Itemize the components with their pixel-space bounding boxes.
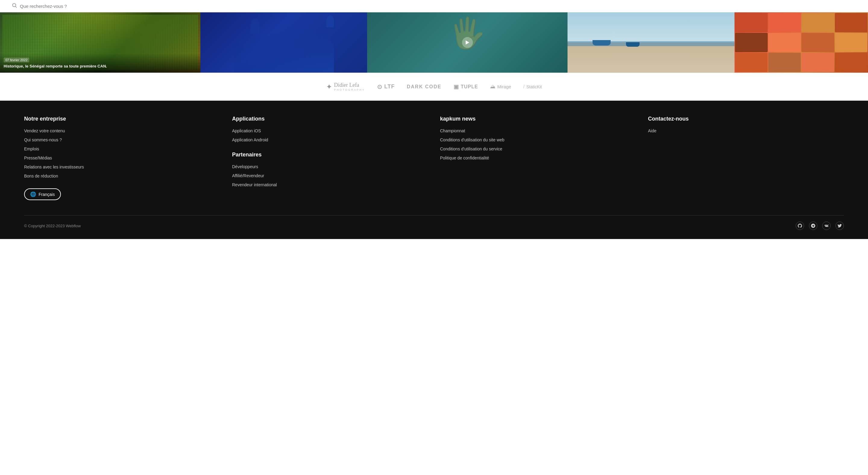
link-confidentialite[interactable]: Politique de confidentialité xyxy=(440,156,489,160)
link-emplois[interactable]: Emplois xyxy=(24,147,39,151)
tuple-icon: ▣ xyxy=(454,84,459,90)
footer-col-entreprise: Notre entreprise Vendez votre contenu Qu… xyxy=(24,116,220,200)
footer-col-apps: Applications Application iOS Application… xyxy=(232,116,428,200)
partner-dark-code: DARK CODE xyxy=(407,84,441,90)
search-bar xyxy=(0,0,868,12)
link-android[interactable]: Application Android xyxy=(232,137,268,142)
didier-icon: ✦ xyxy=(326,83,332,91)
mirage-name: Mirage xyxy=(497,84,511,89)
link-presse[interactable]: Presse/Médias xyxy=(24,156,52,160)
link-cgu-site[interactable]: Conditions d'utilisation du site web xyxy=(440,137,504,142)
footer-apps-title: Applications xyxy=(232,116,428,122)
footer-partenaires-title: Partenaires xyxy=(232,152,428,158)
partner-mirage: ⛰ Mirage xyxy=(490,84,511,90)
footer-bottom: © Copyright 2022-2023 Webflow xyxy=(24,215,844,230)
link-cgu-service[interactable]: Conditions d'utilisation du service xyxy=(440,147,502,151)
svg-line-1 xyxy=(16,6,17,7)
footer-col-contact: Contactez-nous Aide xyxy=(648,116,844,200)
link-qui[interactable]: Qui sommes-nous ? xyxy=(24,137,62,142)
search-input[interactable] xyxy=(20,4,110,9)
link-affilie[interactable]: Affilié/Revendeur xyxy=(232,173,264,178)
footer-partenaires-links: Développeurs Affilié/Revendeur Revendeur… xyxy=(232,164,428,187)
news-gallery: 07 fevrier 2022 Historique, le Sénégal r… xyxy=(0,12,868,73)
ltf-circle-icon: ⊙ xyxy=(377,83,382,90)
partners-strip: ✦ Didier Lefa PHOTOGRAPHY ⊙ LTF DARK COD… xyxy=(0,73,868,101)
footer-contact-title: Contactez-nous xyxy=(648,116,844,122)
language-button[interactable]: 🌐 Français xyxy=(24,188,61,200)
partner-statickit: / StaticKit xyxy=(523,84,542,90)
footer-news-title: kapkum news xyxy=(440,116,636,122)
didier-name: Didier Lefa PHOTOGRAPHY xyxy=(334,82,365,91)
footer-apps-links: Application iOS Application Android xyxy=(232,128,428,142)
link-ios[interactable]: Application iOS xyxy=(232,128,261,133)
tuple-name: TUPLE xyxy=(461,84,478,90)
partner-tuple: ▣ TUPLE xyxy=(454,84,478,90)
link-investisseurs[interactable]: Relations avec les investisseurs xyxy=(24,164,84,169)
play-button-3[interactable] xyxy=(462,37,473,48)
news-item-3[interactable]: 🖐 xyxy=(367,12,567,73)
link-international[interactable]: Revendeur international xyxy=(232,182,277,187)
telegram-icon[interactable] xyxy=(809,222,817,230)
news-item-1-date: 07 fevrier 2022 xyxy=(4,58,29,62)
ltf-name: LTF xyxy=(384,84,395,90)
social-icons xyxy=(796,222,844,230)
partner-ltf: ⊙ LTF xyxy=(377,83,395,90)
link-bons[interactable]: Bons de réduction xyxy=(24,173,58,179)
footer-news-links: Championnat Conditions d'utilisation du … xyxy=(440,128,636,161)
news-item-1-overlay: 07 fevrier 2022 Historique, le Sénégal r… xyxy=(0,53,200,73)
svg-marker-2 xyxy=(466,40,469,44)
statickit-slash-icon: / xyxy=(523,84,524,90)
footer-entreprise-title: Notre entreprise xyxy=(24,116,220,122)
news-item-1-headline: Historique, le Sénégal remporte sa toute… xyxy=(4,64,197,69)
news-item-5[interactable] xyxy=(735,12,868,73)
globe-icon: 🌐 xyxy=(30,191,36,197)
partner-didier-lefa: ✦ Didier Lefa PHOTOGRAPHY xyxy=(326,82,365,91)
news-item-4[interactable] xyxy=(567,12,735,73)
vk-icon[interactable] xyxy=(822,222,831,230)
link-championnat[interactable]: Championnat xyxy=(440,128,465,133)
twitter-icon[interactable] xyxy=(835,222,844,230)
link-vendez[interactable]: Vendez votre contenu xyxy=(24,128,65,133)
footer-contact-links: Aide xyxy=(648,128,844,133)
footer-grid: Notre entreprise Vendez votre contenu Qu… xyxy=(24,116,844,200)
lang-label: Français xyxy=(38,192,55,197)
statickit-name: StaticKit xyxy=(526,85,541,89)
link-dev[interactable]: Développeurs xyxy=(232,164,258,169)
footer: Notre entreprise Vendez votre contenu Qu… xyxy=(0,101,868,239)
link-aide[interactable]: Aide xyxy=(648,128,656,133)
news-item-2[interactable] xyxy=(200,12,367,73)
copyright-text: © Copyright 2022-2023 Webflow xyxy=(24,224,81,228)
dark-code-name: DARK CODE xyxy=(407,84,441,90)
footer-col-news: kapkum news Championnat Conditions d'uti… xyxy=(440,116,636,200)
search-icon xyxy=(12,3,17,9)
footer-entreprise-links: Vendez votre contenu Qui sommes-nous ? E… xyxy=(24,128,220,179)
mirage-icon: ⛰ xyxy=(490,84,495,90)
github-icon[interactable] xyxy=(796,222,804,230)
news-item-1[interactable]: 07 fevrier 2022 Historique, le Sénégal r… xyxy=(0,12,200,73)
